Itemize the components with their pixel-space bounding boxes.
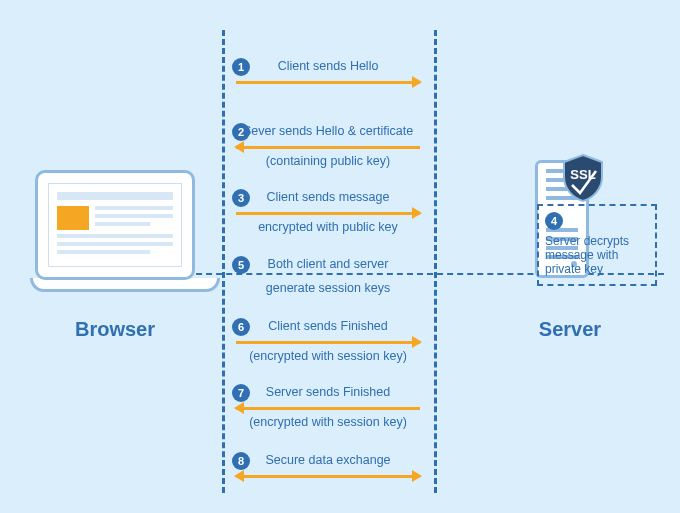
arrow-left-icon [236, 144, 420, 150]
step-6-text: Client sends Finished [222, 318, 434, 335]
step-7-badge: 7 [232, 384, 250, 402]
arrow-left-icon [236, 405, 420, 411]
step-5: 5 Both client and server generate sessio… [222, 256, 434, 295]
step-3-text: Client sends message [222, 189, 434, 206]
arrow-right-icon [236, 210, 420, 216]
ssl-text: SSL [570, 167, 595, 182]
step-4-text: Server decrypts message with private key [545, 234, 649, 276]
step-5-text: Both client and server [222, 256, 434, 273]
step-3-sub: encrypted with public key [222, 220, 434, 234]
step-6-badge: 6 [232, 318, 250, 336]
arrow-both-icon [236, 473, 420, 479]
step-1: 1 Client sends Hello [222, 58, 434, 85]
step-8: 8 Secure data exchange [222, 452, 434, 479]
step-2-badge: 2 [232, 123, 250, 141]
step-1-badge: 1 [232, 58, 250, 76]
ssl-shield-icon: SSL [560, 153, 606, 203]
arrow-right-icon [236, 339, 420, 345]
step-7: 7 Server sends Finished (encrypted with … [222, 384, 434, 429]
step-6: 6 Client sends Finished (encrypted with … [222, 318, 434, 363]
server-lifeline [434, 30, 437, 493]
step-7-sub: (encrypted with session key) [222, 415, 434, 429]
step-4-box: 4 Server decrypts message with private k… [537, 204, 657, 286]
step-8-text: Secure data exchange [222, 452, 434, 469]
step-2-sub: (containing public key) [222, 154, 434, 168]
step-4-badge: 4 [545, 212, 563, 230]
step-7-text: Server sends Finished [222, 384, 434, 401]
step-5-badge: 5 [232, 256, 250, 274]
step-1-text: Client sends Hello [222, 58, 434, 75]
step-8-badge: 8 [232, 452, 250, 470]
step-2: 2 Sever sends Hello & certificate (conta… [222, 123, 434, 168]
server-label: Server [500, 318, 640, 341]
step-3: 3 Client sends message encrypted with pu… [222, 189, 434, 234]
step-2-text: Sever sends Hello & certificate [222, 123, 434, 140]
browser-label: Browser [30, 318, 200, 341]
step-6-sub: (encrypted with session key) [222, 349, 434, 363]
step-5-sub: generate session keys [222, 281, 434, 295]
browser-icon [30, 170, 200, 292]
step-3-badge: 3 [232, 189, 250, 207]
arrow-right-icon [236, 79, 420, 85]
